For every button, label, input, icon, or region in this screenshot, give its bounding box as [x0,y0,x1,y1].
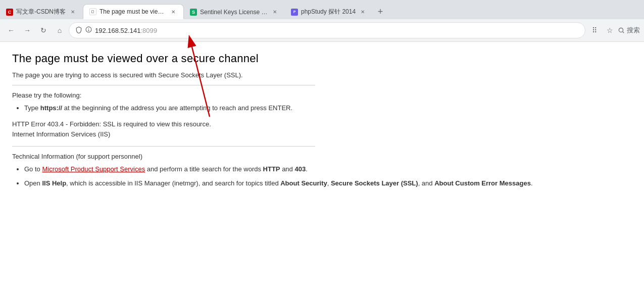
tech-info-label: Technical Information (for support perso… [12,153,632,160]
new-tab-button[interactable]: + [373,4,388,19]
tech-bullet1-prefix: Go to [24,165,42,173]
tech-bullet2-bold2: About Security [280,179,327,187]
tech-bullet1-suffix: and perform a title search for the words [145,165,263,173]
divider-2 [12,146,315,147]
sentinel-favicon: S [190,9,197,16]
bullet-item-1: Type https:// at the beginning of the ad… [24,103,632,113]
tech-bullet1-bold1: HTTP [263,165,280,173]
tech-info-list: Go to Microsoft Product Support Services… [24,164,632,188]
tech-bullet2-middle: , which is accessible in IIS Manager (in… [66,179,280,187]
forward-button[interactable]: → [20,23,34,37]
try-following-label: Please try the following: [12,91,632,99]
tab-sentinel-close[interactable]: ✕ [271,8,279,16]
error-line-2: Internet Information Services (IIS) [12,129,632,140]
tech-bullet2-bold4: About Custom Error Messages [434,179,531,187]
home-button[interactable]: ⌂ [53,23,67,37]
svg-point-3 [619,28,623,32]
tech-bullet-1: Go to Microsoft Product Support Services… [24,164,632,174]
tech-bullet2-comma: , [327,179,331,187]
tab-page-label: The page must be viewed over a... [100,8,166,15]
tab-page-close[interactable]: ✕ [169,8,177,16]
tech-bullet2-prefix: Open [24,179,42,187]
php-favicon: P [291,9,298,16]
tech-bullet1-bold2: 403 [294,165,306,173]
try-following-list: Type https:// at the beginning of the ad… [24,103,632,113]
browser-chrome: C 写文章-CSDN博客 ✕ 🗋 The page must be viewed… [0,0,644,42]
divider-1 [12,85,315,85]
error-line-1: HTTP Error 403.4 - Forbidden: SSL is req… [12,119,632,130]
page-description: The page you are trying to access is sec… [12,71,632,79]
address-port: :8099 [140,27,157,34]
tech-bullet1-end: . [306,165,308,173]
tab-sentinel-label: Sentinel Keys License Monitor [200,9,268,16]
address-host: 192.168.52.141 [95,27,140,34]
back-button[interactable]: ← [4,23,18,37]
search-area[interactable]: 搜索 [618,26,640,35]
tab-page[interactable]: 🗋 The page must be viewed over a... ✕ [83,4,184,19]
nav-right-buttons: ⠿ ☆ 搜索 [587,23,640,37]
tab-phpstudy-close[interactable]: ✕ [359,8,367,16]
tech-bullet-2: Open IIS Help, which is accessible in II… [24,178,632,188]
tech-bullet2-and: , and [418,179,435,187]
csdn-favicon: C [6,9,13,16]
bullet1-suffix: at the beginning of the address you are … [62,104,292,112]
page-favicon: 🗋 [89,8,96,15]
nav-bar: ← → ↻ ⌂ 192.168.52.141:8099 ⠿ [0,19,644,41]
error-block: HTTP Error 403.4 - Forbidden: SSL is req… [12,119,632,140]
tab-csdn-label: 写文章-CSDN博客 [16,8,66,16]
tab-sentinel[interactable]: S Sentinel Keys License Monitor ✕ [184,4,285,19]
svg-line-4 [623,32,624,33]
tech-bullet1-mid: and [280,165,295,173]
shield-icon [75,26,82,35]
page-title: The page must be viewed over a secure ch… [12,52,632,65]
tab-csdn[interactable]: C 写文章-CSDN博客 ✕ [0,4,83,19]
extensions-button[interactable]: ⠿ [587,23,602,37]
search-icon [618,27,625,34]
microsoft-support-link[interactable]: Microsoft Product Support Services [42,165,145,173]
bookmark-button[interactable]: ☆ [603,23,617,37]
tech-bullet2-end: . [531,179,533,187]
warning-icon [85,26,92,34]
bullet1-prefix: Type [24,104,40,112]
tech-bullet2-bold3: Secure Sockets Layer (SSL) [331,179,418,187]
reload-button[interactable]: ↻ [36,23,51,37]
tab-phpstudy[interactable]: P phpStudy 探针 2014 ✕ [285,4,373,19]
tab-bar: C 写文章-CSDN博客 ✕ 🗋 The page must be viewed… [0,0,644,19]
tech-bullet2-bold1: IIS Help [42,179,66,187]
tab-phpstudy-label: phpStudy 探针 2014 [301,8,356,16]
svg-point-2 [88,30,89,31]
tab-csdn-close[interactable]: ✕ [69,8,77,16]
search-label: 搜索 [627,26,640,35]
bullet1-bold: https:// [40,104,62,112]
address-text: 192.168.52.141:8099 [95,27,157,34]
address-bar[interactable]: 192.168.52.141:8099 [69,22,585,38]
page-content: The page must be viewed over a secure ch… [0,42,644,284]
